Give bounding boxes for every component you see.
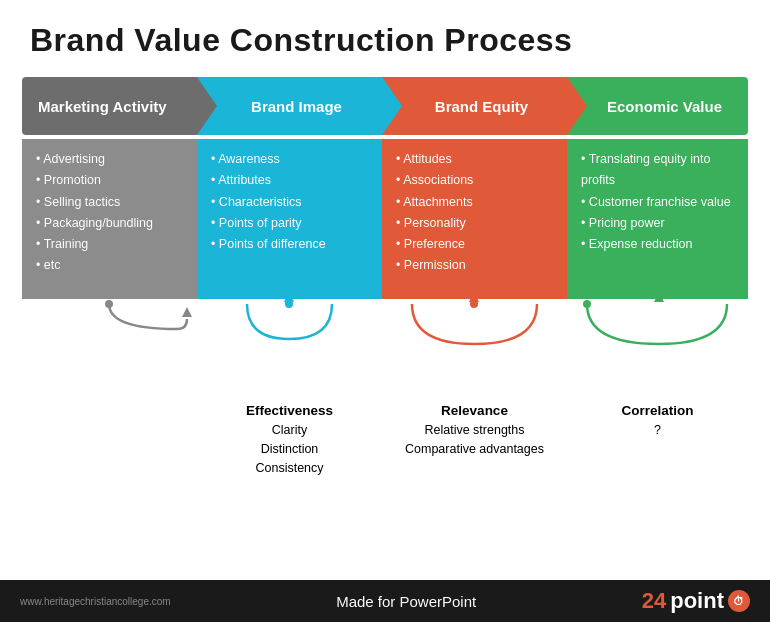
- list-item: Personality: [396, 213, 557, 234]
- list-item: Expense reduction: [581, 234, 738, 255]
- arrows-section: [22, 299, 748, 399]
- label-col-1: [22, 399, 197, 479]
- slide-title: Brand Value Construction Process: [30, 22, 740, 59]
- col2-list: AwarenessAttributesCharacteristicsPoints…: [211, 149, 372, 255]
- label1-sub: ClarityDistinctionConsistency: [197, 421, 382, 477]
- list-item: Customer franchise value: [581, 192, 738, 213]
- label2-sub: Relative strengthsComparative advantages: [382, 421, 567, 459]
- footer-brand: 24point ⏱: [642, 588, 750, 614]
- label-effectiveness: Effectiveness ClarityDistinctionConsiste…: [197, 399, 382, 479]
- arrow2-svg: [197, 299, 382, 359]
- svg-marker-3: [284, 299, 294, 302]
- arrow-col-2: [197, 299, 382, 399]
- footer-url: www.heritagechristiancollege.com: [20, 596, 171, 607]
- list-item: Points of difference: [211, 234, 372, 255]
- arrow-col-4: [567, 299, 752, 399]
- svg-marker-7: [654, 299, 664, 302]
- arrow-col-3: [382, 299, 567, 399]
- col-brand-equity: AttitudesAssociationsAttachmentsPersonal…: [382, 139, 567, 299]
- list-item: Advertising: [36, 149, 187, 170]
- list-item: Points of parity: [211, 213, 372, 234]
- arrow4-svg: [567, 299, 752, 359]
- arrow-banner: Marketing Activity Brand Image Brand Equ…: [22, 77, 748, 135]
- arrow-labels: Effectiveness ClarityDistinctionConsiste…: [22, 399, 748, 479]
- label3-sub: ?: [567, 421, 748, 440]
- banner-seg4: Economic Value: [567, 77, 748, 135]
- content-area: AdvertisingPromotionSelling tacticsPacka…: [22, 139, 748, 299]
- list-item: Attachments: [396, 192, 557, 213]
- list-item: Permission: [396, 255, 557, 276]
- svg-marker-5: [469, 299, 479, 302]
- col1-list: AdvertisingPromotionSelling tacticsPacka…: [36, 149, 187, 277]
- list-item: Pricing power: [581, 213, 738, 234]
- label-relevance: Relevance Relative strengthsComparative …: [382, 399, 567, 479]
- brand-clock-icon: ⏱: [728, 590, 750, 612]
- list-item: Attitudes: [396, 149, 557, 170]
- col-economic: Translating equity into profitsCustomer …: [567, 139, 748, 299]
- arrow-col-1: [22, 299, 197, 399]
- slide-container: Brand Value Construction Process Marketi…: [0, 0, 770, 622]
- arrow3-svg: [382, 299, 567, 359]
- svg-marker-1: [182, 307, 192, 317]
- col-brand-image: AwarenessAttributesCharacteristicsPoints…: [197, 139, 382, 299]
- list-item: Attributes: [211, 170, 372, 191]
- arrow1-svg: [22, 299, 197, 359]
- banner-seg1: Marketing Activity: [22, 77, 197, 135]
- list-item: Characteristics: [211, 192, 372, 213]
- list-item: Training: [36, 234, 187, 255]
- list-item: Preference: [396, 234, 557, 255]
- list-item: Selling tactics: [36, 192, 187, 213]
- list-item: Translating equity into profits: [581, 149, 738, 192]
- footer: www.heritagechristiancollege.com Made fo…: [0, 580, 770, 622]
- banner-seg3: Brand Equity: [382, 77, 567, 135]
- label-correlation: Correlation ?: [567, 399, 748, 479]
- footer-made-for: Made for PowerPoint: [336, 593, 476, 610]
- list-item: Associations: [396, 170, 557, 191]
- col-marketing: AdvertisingPromotionSelling tacticsPacka…: [22, 139, 197, 299]
- slide-header: Brand Value Construction Process: [0, 0, 770, 69]
- col4-list: Translating equity into profitsCustomer …: [581, 149, 738, 255]
- col3-list: AttitudesAssociationsAttachmentsPersonal…: [396, 149, 557, 277]
- list-item: Promotion: [36, 170, 187, 191]
- list-item: etc: [36, 255, 187, 276]
- list-item: Packaging/bundling: [36, 213, 187, 234]
- banner-seg2: Brand Image: [197, 77, 382, 135]
- list-item: Awareness: [211, 149, 372, 170]
